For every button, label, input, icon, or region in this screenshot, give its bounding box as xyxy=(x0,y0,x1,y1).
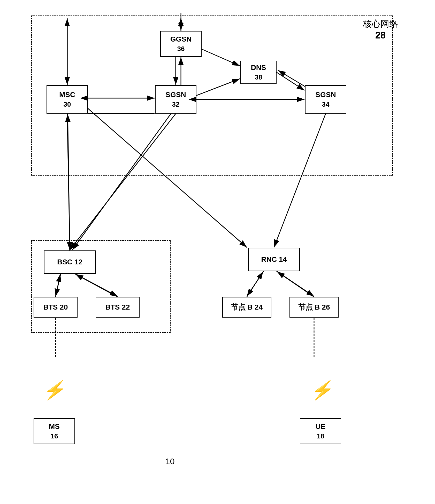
svg-line-27 xyxy=(277,271,314,296)
svg-line-28 xyxy=(277,272,314,297)
ue-node: UE 18 xyxy=(300,418,341,444)
sgsn34-node: SGSN 34 xyxy=(305,85,346,114)
bts22-node: BTS 22 xyxy=(96,297,140,318)
diagram-container: 核心网络 28 GGSN 36 DNS 38 MSC 30 SGSN 32 SG… xyxy=(16,10,419,493)
ms-node: MS 16 xyxy=(34,418,75,444)
rnc-node: RNC 14 xyxy=(248,248,300,271)
svg-line-25 xyxy=(247,271,264,296)
msc-node: MSC 30 xyxy=(47,85,88,114)
lightning-ms: ⚡ xyxy=(42,380,68,401)
nodeb24-node: 节点 B 24 xyxy=(222,297,271,318)
nodeb26-node: 节点 B 26 xyxy=(289,297,339,318)
dns-node: DNS 38 xyxy=(240,61,277,84)
core-network-label: 核心网络 28 xyxy=(363,18,398,41)
lightning-ue: ⚡ xyxy=(310,380,336,401)
bsc-node: BSC 12 xyxy=(44,250,96,274)
ggsn-node: GGSN 36 xyxy=(160,31,202,57)
svg-line-26 xyxy=(247,272,263,297)
sgsn32-node: SGSN 32 xyxy=(155,85,196,114)
bts20-node: BTS 20 xyxy=(34,297,78,318)
ref-10: 10 xyxy=(165,457,175,467)
